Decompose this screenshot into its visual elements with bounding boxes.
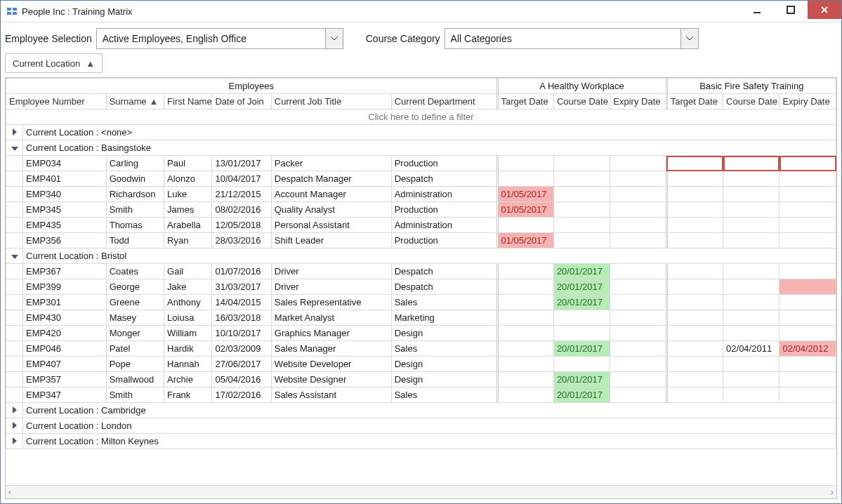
cell-c2-course[interactable] — [723, 171, 779, 187]
cell-c2-expiry[interactable] — [779, 218, 836, 233]
cell-c2-target[interactable] — [666, 218, 723, 233]
cell-c1-expiry[interactable] — [610, 264, 666, 279]
cell-c2-target[interactable] — [666, 341, 723, 357]
cell-c1-course[interactable] — [553, 233, 610, 248]
cell-date-of-join[interactable]: 10/04/2017 — [212, 171, 271, 187]
cell-first-name[interactable]: Paul — [164, 156, 212, 171]
cell-department[interactable]: Sales — [391, 295, 497, 310]
cell-first-name[interactable]: Luke — [164, 187, 212, 202]
cell-job-title[interactable]: Graphics Manager — [271, 326, 391, 341]
col-c2-expiry[interactable]: Expiry Date — [779, 94, 836, 110]
cell-c1-target[interactable] — [497, 156, 553, 171]
cell-employee-number[interactable]: EMP357 — [23, 372, 107, 387]
cell-c1-course[interactable]: 20/01/2017 — [553, 387, 610, 403]
cell-first-name[interactable]: Archie — [164, 372, 212, 387]
table-row[interactable]: EMP356ToddRyan28/03/2016Shift LeaderProd… — [6, 233, 836, 248]
cell-c2-course[interactable] — [723, 264, 779, 279]
cell-employee-number[interactable]: EMP399 — [23, 279, 107, 295]
cell-first-name[interactable]: Anthony — [164, 295, 212, 310]
cell-employee-number[interactable]: EMP356 — [23, 233, 107, 248]
cell-c1-expiry[interactable] — [610, 357, 666, 372]
cell-c2-target[interactable] — [666, 171, 723, 187]
cell-c2-expiry[interactable] — [779, 387, 836, 403]
cell-surname[interactable]: Monger — [106, 326, 164, 341]
cell-surname[interactable]: Smith — [106, 387, 164, 403]
table-row[interactable]: EMP347SmithFrank17/02/2016Sales Assistan… — [6, 387, 836, 403]
cell-first-name[interactable]: Jake — [164, 279, 212, 295]
cell-first-name[interactable]: Gail — [164, 264, 212, 279]
cell-c1-course[interactable] — [553, 202, 610, 218]
cell-c1-target[interactable] — [497, 279, 553, 295]
cell-department[interactable]: Design — [391, 326, 497, 341]
cell-c2-target[interactable] — [666, 279, 723, 295]
employee-selection-dropdown[interactable]: Active Employees, English Office — [96, 28, 343, 49]
group-header[interactable]: Current Location : Milton Keynes — [23, 434, 836, 449]
cell-c2-course[interactable] — [723, 310, 779, 326]
table-row[interactable]: EMP046PatelHardik02/03/2009Sales Manager… — [6, 341, 836, 357]
cell-first-name[interactable]: Hannah — [164, 357, 212, 372]
cell-surname[interactable]: Smallwood — [106, 372, 164, 387]
cell-c1-course[interactable]: 20/01/2017 — [553, 295, 610, 310]
cell-c1-target[interactable] — [497, 326, 553, 341]
cell-department[interactable]: Administration — [391, 218, 497, 233]
cell-c1-expiry[interactable] — [610, 372, 666, 387]
cell-c1-expiry[interactable] — [610, 187, 666, 202]
cell-date-of-join[interactable]: 14/04/2015 — [212, 295, 271, 310]
cell-surname[interactable]: George — [106, 279, 164, 295]
cell-date-of-join[interactable]: 08/02/2016 — [212, 202, 271, 218]
cell-c1-expiry[interactable] — [610, 341, 666, 357]
cell-c2-expiry[interactable] — [779, 233, 836, 248]
table-row[interactable]: EMP340RichardsonLuke21/12/2015Account Ma… — [6, 187, 836, 202]
table-row[interactable]: EMP407PopeHannah27/06/2017Website Develo… — [6, 357, 836, 372]
cell-c2-target[interactable] — [666, 264, 723, 279]
group-expand-toggle[interactable] — [6, 403, 23, 418]
cell-c2-target[interactable] — [666, 387, 723, 403]
cell-c2-target[interactable] — [666, 372, 723, 387]
cell-employee-number[interactable]: EMP430 — [23, 310, 107, 326]
cell-employee-number[interactable]: EMP367 — [23, 264, 107, 279]
cell-c2-target[interactable] — [666, 233, 723, 248]
group-expand-toggle[interactable] — [6, 140, 23, 156]
cell-job-title[interactable]: Quality Analyst — [271, 202, 391, 218]
cell-c1-course[interactable]: 20/01/2017 — [553, 264, 610, 279]
course-category-dropdown[interactable]: All Categories — [445, 28, 699, 49]
cell-c1-course[interactable]: 20/01/2017 — [553, 279, 610, 295]
cell-job-title[interactable]: Packer — [271, 156, 391, 171]
cell-first-name[interactable]: James — [164, 202, 212, 218]
cell-surname[interactable]: Richardson — [106, 187, 164, 202]
cell-employee-number[interactable]: EMP401 — [23, 171, 107, 187]
cell-department[interactable]: Design — [391, 357, 497, 372]
group-header[interactable]: Current Location : Cambridge — [23, 403, 836, 418]
group-expand-toggle[interactable] — [6, 125, 23, 140]
cell-date-of-join[interactable]: 21/12/2015 — [212, 187, 271, 202]
cell-c1-expiry[interactable] — [610, 326, 666, 341]
col-date-of-join[interactable]: Date of Join — [212, 94, 271, 110]
cell-department[interactable]: Sales — [391, 387, 497, 403]
maximize-button[interactable] — [774, 1, 808, 19]
cell-employee-number[interactable]: EMP301 — [23, 295, 107, 310]
cell-job-title[interactable]: Sales Assistant — [271, 387, 391, 403]
cell-c1-course[interactable] — [553, 357, 610, 372]
cell-department[interactable]: Marketing — [391, 310, 497, 326]
cell-c1-course[interactable]: 20/01/2017 — [553, 372, 610, 387]
close-button[interactable] — [808, 1, 841, 19]
cell-surname[interactable]: Pope — [106, 357, 164, 372]
scroll-left-icon[interactable]: ‹ — [8, 487, 11, 497]
cell-c1-expiry[interactable] — [610, 233, 666, 248]
cell-date-of-join[interactable]: 27/06/2017 — [212, 357, 271, 372]
cell-department[interactable]: Despatch — [391, 264, 497, 279]
cell-surname[interactable]: Patel — [106, 341, 164, 357]
cell-c1-course[interactable]: 20/01/2017 — [553, 341, 610, 357]
table-row[interactable]: EMP367CoatesGail01/07/2016DriverDespatch… — [6, 264, 836, 279]
cell-job-title[interactable]: Website Designer — [271, 372, 391, 387]
cell-first-name[interactable]: William — [164, 326, 212, 341]
cell-employee-number[interactable]: EMP347 — [23, 387, 107, 403]
cell-c1-target[interactable] — [497, 295, 553, 310]
cell-c2-expiry[interactable] — [779, 171, 836, 187]
col-c1-expiry[interactable]: Expiry Date — [610, 94, 666, 110]
cell-date-of-join[interactable]: 10/10/2017 — [212, 326, 271, 341]
cell-c2-target[interactable] — [666, 326, 723, 341]
cell-c2-expiry[interactable] — [779, 357, 836, 372]
col-first-name[interactable]: First Name — [164, 94, 212, 110]
cell-job-title[interactable]: Despatch Manager — [271, 171, 391, 187]
